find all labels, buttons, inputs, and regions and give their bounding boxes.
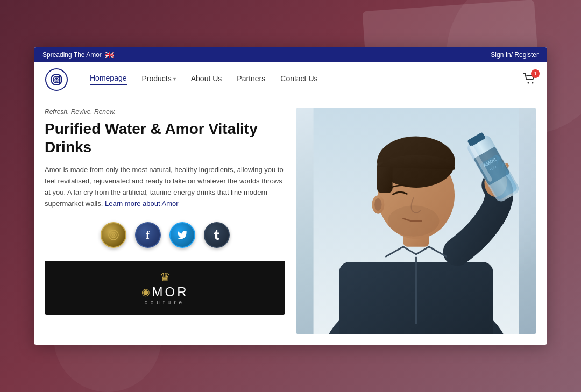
header: Homepage Products ▾ About Us Partners Co… <box>34 62 547 97</box>
svg-point-1 <box>56 79 58 81</box>
website-icon <box>107 229 120 241</box>
logo-icon <box>45 68 68 91</box>
brand-logo-container: ♛ ◉ MOR couture <box>141 270 189 305</box>
left-panel: Refresh. Revive. Renew. Purified Water &… <box>45 108 285 345</box>
hero-title: Purified Water & Amor Vitality Drinks <box>45 120 285 156</box>
svg-point-9 <box>113 235 114 236</box>
brand-couture-text: couture <box>141 300 189 305</box>
nav-contact-us[interactable]: Contact Us <box>280 74 317 85</box>
hero-tagline: Refresh. Revive. Renew. <box>45 108 285 116</box>
brand-name-text: MOR <box>152 284 189 300</box>
hero-image: AMOR H₂O <box>296 108 536 334</box>
top-bar-left: Spreading The Amor 🇬🇧 <box>42 51 114 59</box>
social-facebook-button[interactable]: f <box>135 222 161 248</box>
hero-image-panel: AMOR H₂O <box>296 108 536 345</box>
brand-spiral-icon: ◉ <box>141 286 150 298</box>
flag-icon: 🇬🇧 <box>105 51 114 59</box>
social-website-button[interactable] <box>101 222 126 248</box>
svg-point-5 <box>532 82 534 84</box>
tumblr-icon <box>212 230 222 240</box>
nav-homepage[interactable]: Homepage <box>90 74 127 85</box>
logo-area[interactable] <box>45 68 68 91</box>
twitter-icon <box>177 230 188 240</box>
svg-point-4 <box>528 82 529 84</box>
nav-partners[interactable]: Partners <box>237 74 265 85</box>
sign-in-register-button[interactable]: Sign In/ Register <box>491 51 539 59</box>
brand-crown-icon: ♛ <box>141 270 189 284</box>
social-icons-row: f <box>45 222 285 248</box>
social-tumblr-button[interactable] <box>204 222 230 248</box>
hero-person-illustration: AMOR H₂O <box>296 108 536 334</box>
cart-button[interactable]: 1 <box>522 72 536 88</box>
nav-products[interactable]: Products ▾ <box>142 74 176 85</box>
svg-point-26 <box>374 198 381 211</box>
learn-more-link[interactable]: Learn more about Amor <box>105 199 179 208</box>
social-twitter-button[interactable] <box>169 222 195 248</box>
cart-badge: 1 <box>531 69 540 78</box>
top-bar: Spreading The Amor 🇬🇧 Sign In/ Register <box>34 47 547 62</box>
hero-description: Amor is made from only the most natural,… <box>45 165 285 209</box>
facebook-icon: f <box>146 229 150 241</box>
main-nav: Homepage Products ▾ About Us Partners Co… <box>90 74 522 85</box>
content-area: Refresh. Revive. Renew. Purified Water &… <box>34 97 547 345</box>
nav-about-us[interactable]: About Us <box>191 74 222 85</box>
main-card: Spreading The Amor 🇬🇧 Sign In/ Register … <box>34 47 547 345</box>
products-dropdown-icon: ▾ <box>173 76 176 82</box>
spreading-amor-text: Spreading The Amor <box>42 51 102 59</box>
brand-banner: ♛ ◉ MOR couture <box>45 261 285 315</box>
svg-point-27 <box>388 205 439 236</box>
